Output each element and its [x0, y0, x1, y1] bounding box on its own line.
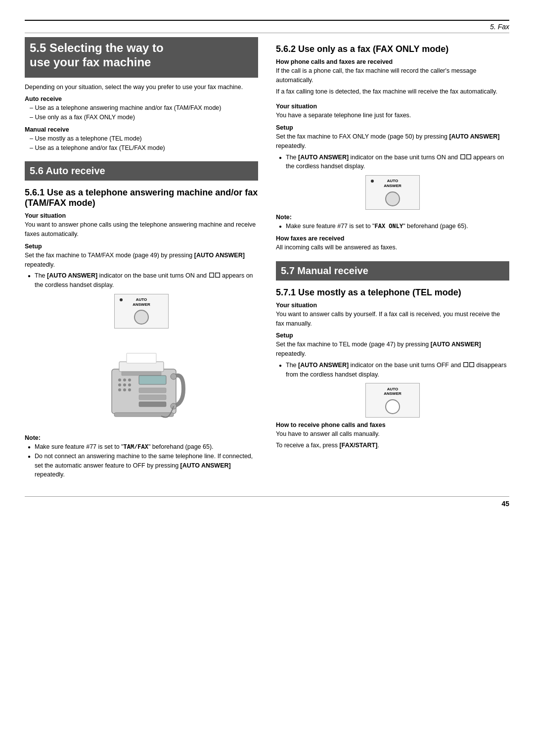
section-562-how-phone-text2: If a fax calling tone is detected, the f… — [276, 87, 509, 96]
section-55-title: 5.5 Selecting the way to use your fax ma… — [30, 41, 253, 70]
top-rule — [25, 20, 509, 21]
section-562-led-indicator — [371, 180, 374, 183]
auto-receive-item-1: Use as a telephone answering machine and… — [30, 103, 258, 113]
left-column: 5.5 Selecting the way to use your fax ma… — [25, 37, 258, 481]
auto-answer-on-button — [134, 310, 149, 325]
section-571-title: 5.7.1 Use mostly as a telephone (TEL mod… — [276, 287, 509, 298]
chapter-label: 5. Fax — [490, 23, 509, 31]
section-562-setup-label: Setup — [276, 124, 509, 131]
section-562-setup-text: Set the fax machine to FAX ONLY mode (pa… — [276, 132, 509, 151]
svg-rect-16 — [114, 413, 174, 417]
section-561-setup-text: Set the fax machine to TAM/FAX mode (pag… — [25, 251, 258, 270]
manual-receive-item-1: Use mostly as a telephone (TEL mode) — [30, 134, 258, 143]
svg-point-12 — [128, 388, 131, 391]
section-561-title: 5.6.1 Use as a telephone answering machi… — [25, 188, 258, 208]
section-571-situation-label: Your situation — [276, 302, 509, 309]
section-571-setup-bullets: The [AUTO ANSWER] indicator on the base … — [276, 361, 509, 379]
section-55-title-line1: 5.5 Selecting the way to — [30, 41, 164, 54]
page: 5. Fax 5.5 Selecting the way to use your… — [0, 0, 534, 756]
section-562-note-label: Note: — [276, 214, 509, 221]
svg-point-9 — [123, 388, 126, 391]
section-57-title: 5.7 Manual receive — [281, 265, 504, 277]
section-571-auto-answer-image: AUTO ANSWER — [365, 383, 420, 418]
section-562-setup-bullet-1: The [AUTO ANSWER] indicator on the base … — [279, 153, 509, 172]
section-571-how-receive-text2: To receive a fax, press [FAX/START]. — [276, 441, 509, 450]
section-571-title-text: 5.7.1 Use mostly as a telephone (TEL mod… — [276, 287, 461, 297]
section-571-how-receive-label: How to receive phone calls and faxes — [276, 422, 509, 428]
auto-answer-on-label: AUTO ANSWER — [133, 297, 150, 307]
right-column: 5.6.2 Use only as a fax (FAX ONLY mode) … — [276, 37, 509, 481]
section-562-how-phone-label: How phone calls and faxes are received — [276, 58, 509, 65]
section-571-situation-text: You want to answer calls by yourself. If… — [276, 310, 509, 329]
section-561-setup-label: Setup — [25, 243, 258, 250]
svg-point-4 — [118, 378, 121, 381]
section-562-auto-answer-label: AUTO ANSWER — [384, 179, 401, 188]
fax-machine-image-container — [25, 334, 258, 428]
section-562-note-bullet-1: Make sure feature #77 is set to "FAX ONL… — [279, 222, 509, 231]
svg-rect-14 — [139, 395, 166, 400]
section-56-header: 5.6 Auto receive — [25, 161, 258, 181]
section-571-auto-answer-button — [385, 399, 400, 414]
section-571-setup-label: Setup — [276, 332, 509, 339]
section-561-note-bullet-1: Make sure feature #77 is set to "TAM/FAX… — [28, 442, 258, 452]
led-indicator-on — [120, 298, 123, 301]
auto-answer-on-image: AUTO ANSWER — [114, 294, 169, 329]
section-562-auto-answer-button — [385, 191, 400, 206]
section-57-header: 5.7 Manual receive — [276, 261, 509, 281]
section-562-title-text: 5.6.2 Use only as a fax (FAX ONLY mode) — [276, 44, 448, 54]
section-561-situation-text: You want to answer phone calls using the… — [25, 220, 258, 239]
manual-receive-label: Manual receive — [25, 126, 258, 133]
svg-point-7 — [123, 378, 126, 381]
section-55-header: 5.5 Selecting the way to use your fax ma… — [25, 37, 258, 78]
section-562-note-list: Make sure feature #77 is set to "FAX ONL… — [276, 222, 509, 231]
svg-point-17 — [171, 374, 177, 379]
section-561-note-bullet-2: Do not connect an answering machine to t… — [28, 452, 258, 479]
svg-point-8 — [123, 383, 126, 386]
section-562-how-phone-text1: If the call is a phone call, the fax mac… — [276, 66, 509, 85]
svg-point-11 — [128, 383, 131, 386]
section-56-title-text: 5.6 Auto receive — [30, 165, 105, 176]
section-571-setup-text: Set the fax machine to TEL mode (page 47… — [276, 340, 509, 359]
section-571-auto-answer-image-container: AUTO ANSWER — [276, 383, 509, 418]
bottom-footer: 45 — [25, 496, 509, 508]
svg-rect-19 — [127, 353, 156, 363]
section-571-auto-answer-label: AUTO ANSWER — [384, 387, 401, 396]
svg-point-10 — [128, 378, 131, 381]
svg-point-5 — [118, 383, 121, 386]
section-55-intro: Depending on your situation, select the … — [25, 83, 258, 92]
section-561-setup-bullets: The [AUTO ANSWER] indicator on the base … — [25, 271, 258, 290]
svg-rect-3 — [139, 376, 166, 384]
manual-receive-item-2: Use as a telephone and/or fax (TEL/FAX m… — [30, 143, 258, 153]
section-562-how-faxes-label: How faxes are received — [276, 235, 509, 242]
page-number: 45 — [501, 500, 509, 508]
fax-machine-svg — [92, 334, 191, 428]
svg-rect-13 — [139, 388, 166, 393]
auto-receive-item-2: Use only as a fax (FAX ONLY mode) — [30, 113, 258, 122]
section-561-note-label-text: Note: — [25, 434, 41, 441]
manual-receive-list: Use mostly as a telephone (TEL mode) Use… — [25, 134, 258, 153]
section-561-note-label: Note: — [25, 434, 258, 441]
section-56-title: 5.6 Auto receive — [30, 165, 253, 177]
section-571-setup-bullet-1: The [AUTO ANSWER] indicator on the base … — [279, 361, 509, 379]
section-561-note-list: Make sure feature #77 is set to "TAM/FAX… — [25, 442, 258, 479]
section-561-situation-label: Your situation — [25, 212, 258, 219]
chapter-header: 5. Fax — [25, 23, 509, 33]
section-562-title: 5.6.2 Use only as a fax (FAX ONLY mode) — [276, 44, 509, 54]
section-561-title-text: 5.6.1 Use as a telephone answering machi… — [25, 188, 258, 208]
auto-receive-label: Auto receive — [25, 95, 258, 102]
auto-receive-list: Use as a telephone answering machine and… — [25, 103, 258, 122]
auto-answer-on-image-container: AUTO ANSWER — [25, 294, 258, 329]
section-55-title-line2: use your fax machine — [30, 55, 151, 69]
section-561-setup-bullet-1: The [AUTO ANSWER] indicator on the base … — [28, 271, 258, 290]
section-562-how-faxes-text: All incoming calls will be answered as f… — [276, 243, 509, 252]
section-562-auto-answer-image: AUTO ANSWER — [365, 175, 420, 210]
section-562-setup-bullets: The [AUTO ANSWER] indicator on the base … — [276, 153, 509, 172]
svg-rect-2 — [122, 372, 161, 376]
main-content: 5.5 Selecting the way to use your fax ma… — [25, 37, 509, 481]
section-562-situation-text: You have a separate telephone line just … — [276, 111, 509, 120]
svg-point-6 — [118, 388, 121, 391]
svg-rect-15 — [139, 402, 166, 407]
section-571-how-receive-text1: You have to answer all calls manually. — [276, 429, 509, 439]
section-562-situation-label: Your situation — [276, 103, 509, 110]
section-57-title-text: 5.7 Manual receive — [281, 265, 368, 276]
